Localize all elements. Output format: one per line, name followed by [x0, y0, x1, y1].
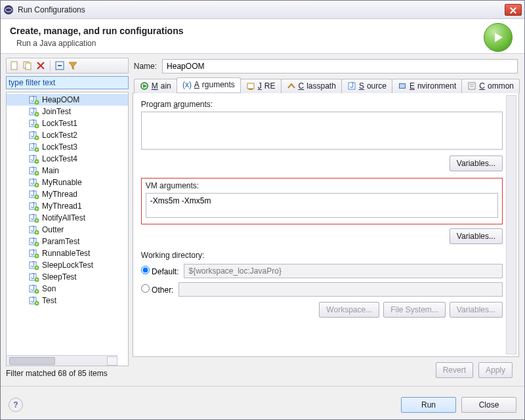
svg-text:J: J [31, 189, 35, 198]
svg-text:J: J [31, 224, 35, 234]
config-item-notifyalltest[interactable]: JNotifyAllTest [7, 212, 128, 224]
config-item-locktest1[interactable]: JLockTest1 [7, 117, 128, 129]
wd-variables-button[interactable]: Variables... [450, 302, 503, 318]
config-item-test[interactable]: JTest [7, 295, 128, 306]
java-run-icon: J [29, 201, 39, 211]
scrollbar-arrow-right[interactable] [107, 356, 117, 366]
svg-rect-89 [469, 83, 475, 89]
vm-args-variables-button[interactable]: Variables... [450, 228, 503, 244]
eclipse-icon [3, 5, 14, 15]
config-item-heapoom[interactable]: JHeapOOM [7, 94, 128, 106]
svg-text:J: J [31, 260, 35, 269]
svg-text:J: J [31, 165, 35, 175]
working-dir-label: Working directory: [141, 251, 503, 260]
svg-rect-84 [249, 89, 253, 90]
close-button[interactable]: Close [461, 397, 516, 413]
java-run-icon: J [29, 224, 39, 235]
java-run-icon: J [29, 177, 39, 188]
config-item-son[interactable]: JSon [7, 283, 128, 295]
arguments-tab-page: Program arguments: Variables... VM argum… [133, 93, 519, 357]
svg-rect-88 [400, 84, 405, 88]
config-item-locktest2[interactable]: JLockTest2 [7, 129, 128, 141]
tab-common[interactable]: Common [461, 79, 520, 93]
tab-environment[interactable]: Environment [392, 79, 462, 93]
filter-input[interactable] [6, 76, 129, 89]
java-run-icon: J [29, 295, 39, 306]
scrollbar-thumb[interactable] [9, 357, 55, 365]
tab-main[interactable]: Main [134, 79, 177, 93]
config-item-jointest[interactable]: JJoinTest [7, 106, 128, 117]
java-run-icon: J [29, 236, 39, 247]
config-item-locktest4[interactable]: JLockTest4 [7, 153, 128, 165]
java-run-icon: J [29, 272, 39, 282]
new-config-icon[interactable] [9, 60, 20, 71]
config-item-sleeplocktest[interactable]: JSleepLockTest [7, 259, 128, 271]
program-args-variables-button[interactable]: Variables... [450, 156, 503, 171]
titlebar[interactable]: Run Configurations [1, 1, 524, 19]
svg-text:J: J [31, 142, 35, 151]
svg-rect-5 [26, 63, 31, 70]
svg-text:(x)=: (x)= [182, 80, 192, 89]
config-item-runnabletest[interactable]: JRunnableTest [7, 247, 128, 259]
config-item-outter[interactable]: JOutter [7, 224, 128, 236]
config-item-locktest3[interactable]: JLockTest3 [7, 141, 128, 153]
filter-icon[interactable] [68, 60, 78, 71]
filesystem-button[interactable]: File System... [383, 302, 446, 318]
window-close-button[interactable] [505, 4, 522, 16]
vm-args-textarea[interactable]: -Xms5m -Xmx5m [146, 193, 498, 218]
program-args-textarea[interactable] [141, 112, 503, 150]
config-item-mythread[interactable]: JMyThread [7, 188, 128, 200]
tree-horizontal-scrollbar[interactable] [7, 355, 117, 366]
right-panel: Name: Main(x)=ArgumentsJREClasspathJSour… [133, 58, 519, 378]
config-tree[interactable]: JHeapOOMJJoinTestJLockTest1JLockTest2JLo… [6, 92, 129, 366]
config-item-main[interactable]: JMain [7, 165, 128, 177]
footer-separator [1, 386, 524, 387]
java-run-icon: J [29, 142, 39, 152]
svg-text:J: J [31, 236, 35, 245]
vm-args-label: VM arguments: [146, 181, 498, 190]
java-run-icon: J [29, 284, 39, 294]
help-button[interactable]: ? [9, 398, 23, 412]
default-radio[interactable]: Default: [141, 266, 179, 276]
name-input[interactable] [162, 59, 518, 74]
dialog-header: Create, manage, and run configurations R… [1, 19, 524, 54]
svg-text:J: J [31, 154, 35, 163]
svg-text:J: J [350, 81, 354, 90]
vm-args-highlight: VM arguments: -Xms5m -Xmx5m [141, 178, 503, 224]
other-dir-field[interactable] [178, 282, 503, 297]
revert-button[interactable]: Revert [436, 362, 473, 378]
run-button[interactable]: Run [401, 397, 456, 413]
svg-text:J: J [31, 106, 35, 116]
config-item-sleeptest[interactable]: JSleepTest [7, 271, 128, 283]
java-run-icon: J [29, 118, 39, 129]
tab-bar: Main(x)=ArgumentsJREClasspathJSourceEnvi… [133, 77, 519, 93]
config-item-paramtest[interactable]: JParamTest [7, 236, 128, 247]
header-subtitle: Run a Java application [10, 39, 515, 48]
svg-marker-81 [143, 84, 147, 88]
svg-text:J: J [31, 118, 35, 127]
tab-classpath[interactable]: Classpath [281, 79, 342, 93]
tabpage-vertical-scrollbar[interactable] [506, 95, 516, 354]
java-run-icon: J [29, 94, 39, 105]
apply-button[interactable]: Apply [478, 362, 513, 378]
tab-jre[interactable]: JRE [240, 79, 282, 93]
svg-text:J: J [31, 130, 35, 139]
svg-text:J: J [31, 201, 35, 210]
main-tab-icon [140, 81, 149, 91]
tab-arguments[interactable]: (x)=Arguments [177, 77, 241, 93]
java-run-icon: J [29, 130, 39, 140]
toolbar-separator [50, 60, 51, 71]
collapse-all-icon[interactable] [54, 60, 65, 71]
config-item-mythread1[interactable]: JMyThread1 [7, 200, 128, 212]
svg-text:J: J [31, 177, 35, 186]
tab-source[interactable]: JSource [341, 79, 392, 93]
config-item-myrunable[interactable]: JMyRunable [7, 177, 128, 188]
delete-config-icon[interactable] [35, 60, 46, 71]
classpath-tab-icon [287, 81, 296, 91]
java-run-icon: J [29, 154, 39, 164]
left-panel: JHeapOOMJJoinTestJLockTest1JLockTest2JLo… [6, 58, 129, 378]
workspace-button[interactable]: Workspace... [319, 302, 379, 318]
other-radio[interactable]: Other: [141, 284, 174, 295]
duplicate-config-icon[interactable] [22, 60, 33, 71]
run-hero-icon [484, 23, 513, 52]
